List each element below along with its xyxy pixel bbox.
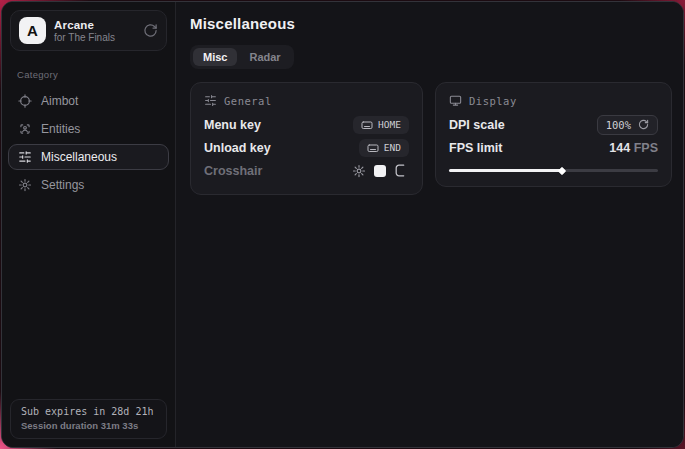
unload-key-value: END: [384, 142, 401, 153]
monitor-icon: [449, 94, 462, 107]
sidebar-item-label: Miscellaneous: [41, 150, 117, 164]
sidebar-item-label: Settings: [41, 178, 84, 192]
display-card-title: Display: [469, 95, 517, 107]
menu-key-value: HOME: [378, 119, 401, 130]
keyboard-icon: [367, 142, 379, 154]
crosshair-settings-gear-icon[interactable]: [352, 164, 366, 178]
app-title: Arcane: [54, 19, 135, 31]
display-card: Display DPI scale 100% FPS limit 144 FPS: [435, 82, 672, 187]
general-card-title: General: [224, 95, 272, 107]
category-label: Category: [17, 69, 175, 80]
menu-key-label: Menu key: [204, 118, 261, 132]
brand-card: A Arcane for The Finals: [10, 10, 167, 51]
sidebar-item-aimbot[interactable]: Aimbot: [8, 88, 169, 114]
refresh-icon: [638, 119, 649, 130]
menu-key-button[interactable]: HOME: [353, 116, 409, 134]
subscription-info-box: Sub expires in 28d 21h Session duration …: [10, 399, 167, 439]
unload-key-row: Unload key END: [204, 136, 409, 159]
sidebar-item-entities[interactable]: Entities: [8, 116, 169, 142]
app-subtitle: for The Finals: [54, 32, 135, 43]
tab-misc[interactable]: Misc: [193, 48, 237, 66]
brand-text: Arcane for The Finals: [54, 19, 135, 43]
refresh-icon[interactable]: [143, 23, 158, 38]
crosshair-shape-preview[interactable]: [394, 163, 409, 178]
general-card: General Menu key HOME Unload key: [190, 82, 423, 195]
slider-handle[interactable]: [558, 166, 566, 174]
keyboard-icon: [361, 119, 373, 131]
sidebar: A Arcane for The Finals Category Aimbot: [2, 2, 176, 447]
general-card-header: General: [204, 94, 409, 107]
main-panel: Miscellaneous Misc Radar General Menu ke…: [176, 2, 684, 447]
crosshair-controls: [352, 163, 409, 178]
page-title: Miscellaneous: [190, 15, 672, 32]
sidebar-item-label: Entities: [41, 122, 80, 136]
sliders-icon: [204, 94, 217, 107]
dpi-scale-value: 100%: [606, 119, 631, 131]
dpi-scale-label: DPI scale: [449, 118, 505, 132]
gear-icon: [18, 178, 32, 192]
slider-fill: [449, 169, 562, 172]
unload-key-label: Unload key: [204, 141, 271, 155]
dpi-scale-button[interactable]: 100%: [597, 115, 658, 135]
fps-limit-label: FPS limit: [449, 141, 502, 155]
app-logo: A: [19, 17, 46, 44]
menu-key-row: Menu key HOME: [204, 113, 409, 136]
unload-key-button[interactable]: END: [359, 139, 409, 157]
sliders-icon: [18, 150, 32, 164]
fps-number: 144: [609, 141, 630, 155]
fps-limit-row: FPS limit 144 FPS: [449, 136, 658, 159]
fps-limit-value: 144 FPS: [609, 141, 658, 155]
person-scan-icon: [18, 122, 32, 136]
fps-limit-slider[interactable]: [449, 167, 658, 174]
fps-unit: FPS: [634, 141, 658, 155]
session-duration-text: Session duration 31m 33s: [21, 420, 156, 431]
tab-radar[interactable]: Radar: [239, 48, 290, 66]
tab-bar: Misc Radar: [190, 45, 294, 69]
crosshair-icon: [18, 94, 32, 108]
display-card-header: Display: [449, 94, 658, 107]
slider-track[interactable]: [449, 169, 658, 172]
dpi-scale-row: DPI scale 100%: [449, 113, 658, 136]
sidebar-item-label: Aimbot: [41, 94, 78, 108]
sub-expiry-text: Sub expires in 28d 21h: [21, 406, 156, 417]
crosshair-label: Crosshair: [204, 164, 262, 178]
crosshair-row: Crosshair: [204, 159, 409, 182]
cards-row: General Menu key HOME Unload key: [190, 82, 672, 195]
sidebar-nav: Aimbot Entities Miscellaneous Settings: [2, 88, 175, 198]
sidebar-item-miscellaneous[interactable]: Miscellaneous: [8, 144, 169, 170]
sidebar-item-settings[interactable]: Settings: [8, 172, 169, 198]
app-window: A Arcane for The Finals Category Aimbot: [1, 1, 684, 448]
crosshair-color-swatch[interactable]: [374, 165, 386, 177]
